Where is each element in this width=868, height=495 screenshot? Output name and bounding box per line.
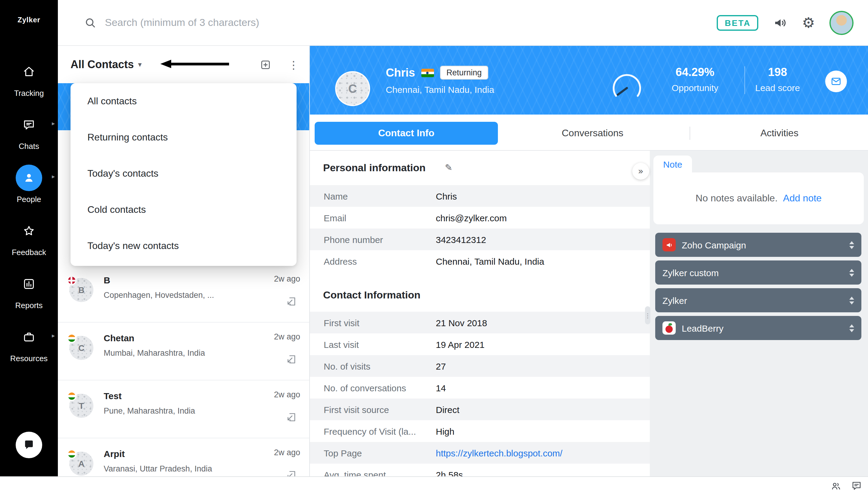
- flag-icon: [67, 449, 76, 459]
- field-row: Address Chennai, Tamil Nadu, India: [310, 250, 650, 272]
- lead-score-stat: 198 Lead score: [742, 66, 814, 93]
- detail-tabbar: Contact Info Conversations Activities: [310, 115, 868, 151]
- note-card: No notes available. Add note: [654, 172, 864, 224]
- contact-list: B B Copenhagen, Hovedstaden, ... 2w ago …: [58, 265, 310, 476]
- add-contact-button[interactable]: [260, 59, 271, 70]
- select-label: LeadBerry: [682, 323, 843, 333]
- kebab-menu-icon[interactable]: ⋮: [288, 58, 299, 71]
- sidebar-nav: Tracking Chats ▸ People ▸ Feedb: [0, 51, 58, 370]
- sidebar-item-feedback[interactable]: Feedback: [0, 210, 58, 263]
- top-page-link[interactable]: https://zylkertech.blogspot.com/: [436, 448, 562, 458]
- contact-row[interactable]: B B Copenhagen, Hovedstaden, ... 2w ago: [58, 265, 310, 323]
- panel-drag-handle[interactable]: ⋮: [645, 306, 650, 324]
- edit-pencil-icon[interactable]: ✎: [445, 162, 452, 173]
- sidebar-item-people[interactable]: People ▸: [0, 157, 58, 210]
- field-value: 21 Nov 2018: [436, 318, 487, 328]
- integration-select-zoho-campaign[interactable]: Zoho Campaign: [655, 233, 861, 257]
- opportunity-value: 64.29%: [659, 66, 731, 79]
- star-icon: [16, 217, 42, 244]
- avatar-initial: T: [79, 401, 84, 411]
- topbar-actions: BETA ⚙: [717, 11, 853, 35]
- contact-avatar: A: [69, 451, 93, 476]
- chat-bubble-button[interactable]: [16, 432, 42, 458]
- field-row: Email chris@zylker.com: [310, 207, 650, 228]
- contact-time: 2w ago: [274, 448, 300, 457]
- field-row: No. of visits 27: [310, 355, 650, 377]
- field-label: Top Page: [310, 448, 436, 458]
- opportunity-gauge-icon: [609, 70, 645, 102]
- field-label: First visit: [310, 318, 436, 328]
- dropdown-item-returning-contacts[interactable]: Returning contacts: [71, 119, 297, 156]
- visit-source-icon: [286, 354, 297, 365]
- dropdown-item-all-contacts[interactable]: All contacts: [71, 83, 297, 119]
- dropdown-item-cold-contacts[interactable]: Cold contacts: [71, 192, 297, 228]
- chat-bubble-icon: [22, 438, 36, 451]
- detail-content: Personal information ✎ Name Chris Email …: [310, 151, 868, 476]
- sidebar-item-reports[interactable]: Reports: [0, 263, 58, 317]
- tab-divider: [690, 126, 690, 140]
- field-row: Phone number 3423412312: [310, 228, 650, 250]
- contact-row[interactable]: C Chetan Mumbai, Maharashtra, India 2w a…: [58, 323, 310, 380]
- leadberry-icon: [662, 321, 676, 335]
- contact-location: Copenhagen, Hovedstaden, ...: [104, 291, 214, 300]
- search-input[interactable]: [105, 17, 717, 29]
- field-value: Chris: [436, 191, 457, 201]
- dropdown-item-todays-contacts[interactable]: Today's contacts: [71, 156, 297, 192]
- contact-name: B: [104, 275, 110, 285]
- visit-source-icon: [286, 412, 297, 423]
- sidebar-item-chats[interactable]: Chats ▸: [0, 104, 58, 157]
- sidebar-item-label: Resources: [10, 354, 48, 363]
- sidebar-item-label: Chats: [19, 141, 39, 150]
- feedback-chat-icon[interactable]: [851, 480, 862, 491]
- stepper-icon: [849, 296, 854, 304]
- contact-location: Mumbai, Maharashtra, India: [104, 348, 205, 358]
- search-icon: [84, 17, 97, 29]
- contact-info-title: Contact Information: [323, 289, 420, 302]
- field-row: Avg. time spent 2h 58s: [310, 464, 650, 476]
- contact-location: Pune, Maharashtra, India: [104, 406, 195, 415]
- lead-score-label: Lead score: [742, 83, 814, 93]
- sidebar-item-resources[interactable]: Resources ▸: [0, 317, 58, 370]
- contact-avatar: T: [69, 394, 93, 418]
- note-empty-text: No notes available.: [696, 193, 778, 204]
- field-row: Frequency of Visit (la... High: [310, 420, 650, 442]
- person-icon: [16, 164, 42, 191]
- email-button[interactable]: [825, 70, 847, 92]
- home-icon: [16, 58, 42, 85]
- tab-conversations[interactable]: Conversations: [498, 122, 687, 145]
- envelope-icon: [831, 76, 841, 87]
- contact-row[interactable]: T Test Pune, Maharashtra, India 2w ago: [58, 380, 310, 438]
- profile-location: Chennai, Tamil Nadu, India: [386, 84, 494, 95]
- chevron-down-icon[interactable]: ▾: [138, 60, 142, 69]
- field-label: Frequency of Visit (la...: [310, 426, 436, 436]
- chevron-right-icon: ▸: [52, 173, 55, 180]
- field-value: 27: [436, 361, 446, 371]
- top-bar: BETA ⚙: [58, 0, 868, 46]
- gear-icon[interactable]: ⚙: [802, 15, 815, 30]
- tab-contact-info[interactable]: Contact Info: [315, 122, 498, 145]
- integration-select-leadberry[interactable]: LeadBerry: [655, 316, 861, 340]
- field-value: 19 Apr 2021: [436, 339, 485, 349]
- select-label: Zylker: [662, 295, 843, 305]
- dropdown-item-todays-new-contacts[interactable]: Today's new contacts: [71, 228, 297, 264]
- status-badge: Returning: [440, 66, 488, 80]
- sidebar-item-label: Reports: [15, 301, 42, 310]
- contact-avatar: B: [69, 278, 93, 302]
- sound-icon[interactable]: [773, 15, 787, 30]
- visit-source-icon: [286, 470, 297, 476]
- profile-initial: C: [348, 82, 357, 96]
- sidebar-item-tracking[interactable]: Tracking: [0, 51, 58, 104]
- tab-activities[interactable]: Activities: [691, 122, 868, 145]
- integration-select-zylker[interactable]: Zylker: [655, 288, 861, 312]
- contacts-filter-button[interactable]: All Contacts: [71, 58, 134, 71]
- collapse-panel-button[interactable]: »: [632, 163, 649, 180]
- contact-row[interactable]: A Arpit Varanasi, Uttar Pradesh, India 2…: [58, 438, 310, 476]
- field-label: Address: [310, 256, 436, 266]
- integration-select-zylker-custom[interactable]: Zylker custom: [655, 260, 861, 285]
- field-row: No. of conversations 14: [310, 377, 650, 398]
- add-note-link[interactable]: Add note: [783, 193, 821, 204]
- visitors-icon[interactable]: [831, 480, 841, 491]
- flag-icon: [67, 275, 76, 285]
- user-avatar[interactable]: [829, 11, 853, 35]
- note-tab[interactable]: Note: [654, 156, 692, 172]
